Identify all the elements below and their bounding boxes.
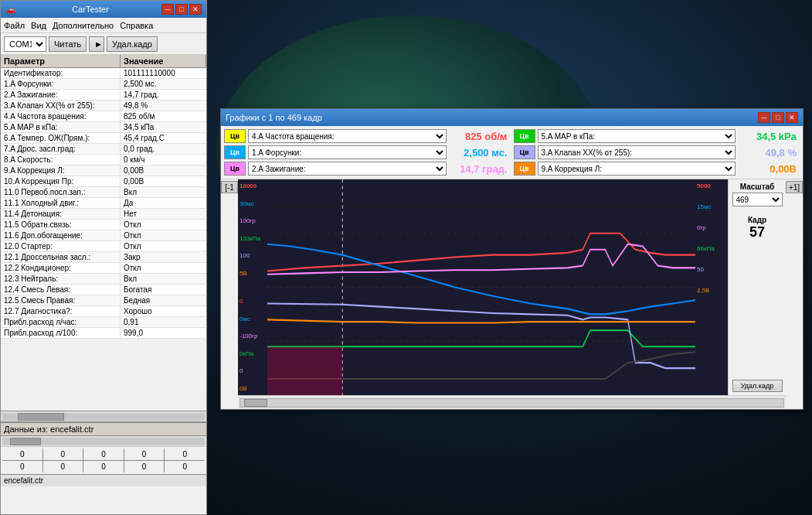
chart-close-btn[interactable]: ✕ <box>786 112 798 123</box>
ch1-color-btn[interactable]: Цв <box>224 145 246 159</box>
ch4-color-btn[interactable]: Цв <box>224 129 246 143</box>
cell-value: 14,7 град. <box>121 90 206 100</box>
minimize-btn[interactable]: ─ <box>161 4 174 15</box>
ch2-param-select[interactable]: 2.A Зажигание: <box>248 162 447 176</box>
chart-hscrollbar[interactable] <box>238 395 786 409</box>
grid-cell: 0 <box>2 461 42 472</box>
cell-param: 4.A Частота вращения: <box>1 111 121 121</box>
grid-cell: 0 <box>124 448 165 460</box>
bottom-section: Данные из: encefalit.ctr 0000000000 ence… <box>1 421 206 514</box>
cell-param: 12.1 Дроссельная засл.: <box>1 252 121 262</box>
menu-file[interactable]: Файл <box>4 21 25 30</box>
chart-title: Графики с 1 по 469 кадр <box>226 113 322 122</box>
frame-label: Кадр <box>748 216 766 224</box>
cell-value: 0,91 <box>121 317 206 327</box>
cell-param: 11.5 Обратн.связь: <box>1 220 121 230</box>
ch5-param-select[interactable]: 5.A MAP в кПа: <box>538 129 736 143</box>
scale-label: Масштаб <box>740 182 775 191</box>
bottom-grid: 0000000000 <box>2 448 205 472</box>
ch3-color-btn[interactable]: Цв <box>514 145 535 159</box>
cell-param: 5.A MAP в кПа: <box>1 122 121 132</box>
table-hscrollbar[interactable] <box>1 411 206 421</box>
chart-title-bar: Графики с 1 по 469 кадр ─ □ ✕ <box>221 109 803 126</box>
y-labels-left: 10000 30мс 100гр 133кПа 100 5В 0 0мс -10… <box>238 179 267 395</box>
table-row: 12.1 Дроссельная засл.:Закр <box>1 252 206 263</box>
table-row: 11.0 Первоб.посл.зап.:Вкл <box>1 187 206 198</box>
table-row: 12.0 Стартер:Откл <box>1 241 206 252</box>
grid-cell: 0 <box>165 448 205 460</box>
ch4-param-select[interactable]: 4.A Частота вращения: <box>248 129 447 143</box>
chart-controls-row1: Цв 4.A Частота вращения: 825 об/м Цв 5.A… <box>224 129 800 143</box>
table-row: Идентификатор:101111110000 <box>1 68 206 79</box>
ch5-control: Цв 5.A MAP в кПа: 34,5 kPa <box>514 129 800 143</box>
cell-param: 7.A Дрос. засл.град: <box>1 144 121 154</box>
scale-select[interactable]: 469 <box>732 193 783 206</box>
cell-value: 101111110000 <box>121 68 206 78</box>
cell-value: Откл <box>121 230 206 240</box>
cell-param: Прибл.расход л/час: <box>1 317 121 327</box>
ch2-control: Цв 2.A Зажигание: 14,7 град. <box>224 162 511 176</box>
table-row: 11.6 Доп.обогащение:Откл <box>1 230 206 241</box>
left-panel: 🚗 CarTester ─ □ ✕ Файл Вид Дополнительно… <box>0 0 207 515</box>
table-row: Прибл.расход л/час:0,91 <box>1 317 206 328</box>
cell-value: 0 км/ч <box>121 155 206 165</box>
col-header-param: Параметр <box>1 55 121 67</box>
menu-view[interactable]: Вид <box>31 21 46 30</box>
cell-value: 825 об/м <box>121 111 206 121</box>
table-row: 12.5 Смесь Правая:Бедная <box>1 295 206 306</box>
chart-maximize-btn[interactable]: □ <box>772 112 784 123</box>
cell-value: 0,00В <box>121 176 206 186</box>
chart-controls-row2: Цв 1.A Форсунки: 2,500 мс. Цв 3.A Клапан… <box>224 145 800 159</box>
ch5-value: 34,5 kPa <box>738 131 800 142</box>
ch3-param-select[interactable]: 3.A Клапан ХХ(% от 255): <box>538 145 736 159</box>
cell-param: 11.4 Детонация: <box>1 209 121 219</box>
ch5-color-btn[interactable]: Цв <box>514 129 535 143</box>
chart-main: 10000 30мс 100гр 133кПа 100 5В 0 0мс -10… <box>238 179 786 409</box>
ch3-control: Цв 3.A Клапан ХХ(% от 255): 49,8 % <box>514 145 800 159</box>
cell-param: 1.A Форсунки: <box>1 79 121 89</box>
chart-right-panel: Масштаб 469 Кадр 57 Удал.кадр <box>728 179 786 395</box>
table-row: 12.2 Кондиционер:Откл <box>1 263 206 274</box>
ch2-value: 14,7 град. <box>449 163 511 175</box>
close-btn[interactable]: ✕ <box>189 4 202 15</box>
maximize-btn[interactable]: □ <box>175 4 188 15</box>
menu-additional[interactable]: Дополнительно <box>53 21 114 30</box>
ch9-param-select[interactable]: 9.A Коррекция Л: <box>538 162 736 176</box>
menu-help[interactable]: Справка <box>120 21 153 30</box>
cell-param: 12.7 Диагностика?: <box>1 306 121 316</box>
chart-svg <box>267 179 695 395</box>
table-row: 2.A Зажигание:14,7 град. <box>1 90 206 101</box>
table-row: 5.A MAP в кПа:34,5 кПа <box>1 122 206 133</box>
cell-param: 12.4 Смесь Левая: <box>1 285 121 295</box>
ch1-param-select[interactable]: 1.A Форсунки: <box>248 145 447 159</box>
table-row: 6.A Темпер. ОЖ(Прям.):45,4 град.С <box>1 133 206 144</box>
nav-left-btn[interactable]: [-1 <box>221 181 238 193</box>
chart-window: Графики с 1 по 469 кадр ─ □ ✕ Цв 4.A Час… <box>220 108 804 410</box>
param-table: Идентификатор:1011111100001.A Форсунки:2… <box>1 68 206 411</box>
ch9-value: 0,00В <box>738 163 800 175</box>
bottom-hscrollbar[interactable] <box>1 436 206 447</box>
cell-param: 9.A Коррекция Л: <box>1 165 121 176</box>
cell-value: Откл <box>121 241 206 251</box>
cell-param: 12.2 Кондиционер: <box>1 263 121 273</box>
cell-param: 12.3 Нейтраль: <box>1 274 121 284</box>
ch9-color-btn[interactable]: Цв <box>514 162 535 176</box>
cell-value: Откл <box>121 220 206 230</box>
cell-param: 11.6 Доп.обогащение: <box>1 230 121 240</box>
table-row: 10.A Коррекция Пр:0,00В <box>1 176 206 187</box>
grid-cell: 0 <box>83 461 124 472</box>
read-button[interactable]: Читать <box>49 36 87 52</box>
grid-cell: 0 <box>2 448 42 460</box>
nav-right-btn[interactable]: +1] <box>786 181 803 193</box>
cell-param: 8.A Скорость: <box>1 155 121 165</box>
del-frame-btn-chart[interactable]: Удал.кадр <box>732 380 783 392</box>
grid-cell: 0 <box>124 461 165 472</box>
chart-minimize-btn[interactable]: ─ <box>758 112 770 123</box>
chart-controls-row3: Цв 2.A Зажигание: 14,7 град. Цв 9.A Корр… <box>224 162 800 176</box>
del-frame-btn-left[interactable]: Удал.кадр <box>107 36 158 52</box>
com-select[interactable]: COM1 <box>4 36 46 52</box>
ch2-color-btn[interactable]: Цв <box>224 162 246 176</box>
cell-value: Вкл <box>121 274 206 284</box>
arrow-button[interactable]: ► <box>89 36 104 52</box>
ch9-control: Цв 9.A Коррекция Л: 0,00В <box>514 162 800 176</box>
